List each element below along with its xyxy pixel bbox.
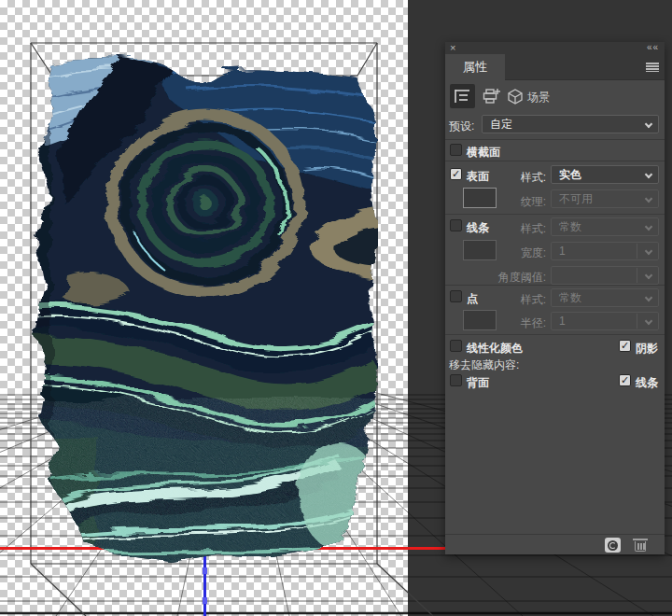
panel-menu-icon[interactable] <box>646 63 659 72</box>
lines-width-label: 宽度: <box>521 245 546 261</box>
preset-dropdown[interactable]: 自定 <box>482 115 659 133</box>
points-radius-value: 1 <box>559 315 566 328</box>
points-radius-input: 1 <box>551 312 659 330</box>
tab-properties[interactable]: 属性 <box>445 54 505 80</box>
mesh-tool-selected[interactable] <box>450 84 475 108</box>
lines-style-value: 常数 <box>559 220 581 233</box>
shadow-checkbox[interactable] <box>619 340 631 352</box>
chevron-down-icon <box>645 294 652 301</box>
lines-width-value: 1 <box>559 245 566 258</box>
points-radius-label: 半径: <box>521 315 546 331</box>
divider <box>637 268 637 283</box>
panel-window-strip: × «« <box>445 42 665 54</box>
surface-texture-dropdown: 不可用 <box>551 189 659 208</box>
points-color-swatch <box>463 310 497 330</box>
3d-cube-icon <box>507 88 525 105</box>
chevron-down-icon <box>645 317 652 325</box>
back-lines-label: 线条 <box>636 375 658 391</box>
surface-label: 表面 <box>467 169 489 185</box>
remove-hidden-content-label: 移去隐藏内容: <box>449 357 519 373</box>
divider <box>445 334 665 335</box>
render-button[interactable] <box>605 538 621 553</box>
render-icon <box>608 540 618 551</box>
properties-panel: × «« 属性 <box>445 42 665 554</box>
linearize-colors-checkbox[interactable] <box>450 340 462 352</box>
close-icon[interactable]: × <box>450 42 455 53</box>
surface-style-label: 样式: <box>521 170 546 186</box>
printer-plus-icon <box>483 88 501 105</box>
photoshop-3d-workspace: × «« 属性 <box>0 0 672 616</box>
linearize-colors-label: 线性化颜色 <box>467 341 523 357</box>
preset-value: 自定 <box>490 118 512 131</box>
back-face-label: 背面 <box>467 375 489 391</box>
lines-checkbox[interactable] <box>450 219 462 231</box>
lines-style-dropdown: 常数 <box>551 217 659 236</box>
points-style-value: 常数 <box>559 291 581 304</box>
surface-texture-label: 纹理: <box>521 194 546 210</box>
chevron-down-icon <box>645 247 652 255</box>
chevron-down-icon <box>645 223 652 231</box>
axis-line-x[interactable] <box>0 547 445 550</box>
divider <box>637 314 637 329</box>
surface-checkbox[interactable] <box>450 168 462 180</box>
shadow-label: 阴影 <box>636 341 658 357</box>
collapse-panel-icon[interactable]: «« <box>647 42 659 53</box>
surface-style-dropdown[interactable]: 实色 <box>551 165 659 184</box>
scene-tool-label[interactable]: 场景 <box>527 90 550 105</box>
lines-angle-threshold-label: 角度阈值: <box>498 270 546 286</box>
lines-style-label: 样式: <box>521 221 546 237</box>
points-style-dropdown: 常数 <box>551 288 659 307</box>
points-checkbox[interactable] <box>450 290 462 302</box>
cross-section-checkbox[interactable] <box>450 144 462 156</box>
3d-print-settings-button[interactable] <box>479 84 503 108</box>
surface-style-value: 实色 <box>559 168 581 181</box>
points-label: 点 <box>467 291 478 307</box>
chevron-down-icon <box>645 272 652 279</box>
axis-handle[interactable] <box>203 567 207 574</box>
panel-toolbar: 场景 <box>445 80 665 114</box>
lines-color-swatch <box>463 240 497 260</box>
chevron-down-icon <box>645 171 652 178</box>
lines-label: 线条 <box>467 220 489 236</box>
chevron-down-icon <box>645 120 652 128</box>
panel-tab-bar: 属性 <box>445 54 665 80</box>
back-face-checkbox[interactable] <box>450 374 462 386</box>
lines-width-input: 1 <box>551 242 659 260</box>
canvas-transparency-checkerboard[interactable] <box>0 0 408 616</box>
mesh-icon <box>454 88 471 105</box>
preset-label: 预设: <box>449 119 474 134</box>
divider <box>637 244 637 259</box>
delete-button[interactable] <box>634 538 647 552</box>
trash-icon <box>633 539 648 540</box>
points-style-label: 样式: <box>521 292 546 308</box>
surface-texture-value: 不可用 <box>559 192 593 205</box>
cross-section-label: 横截面 <box>467 145 500 161</box>
surface-color-swatch[interactable] <box>463 188 497 208</box>
chevron-down-icon <box>645 195 652 203</box>
back-lines-checkbox[interactable] <box>619 374 631 386</box>
axis-handle[interactable] <box>203 597 207 604</box>
divider <box>445 285 665 286</box>
3d-coordinates-button[interactable] <box>503 84 527 108</box>
divider <box>445 214 665 215</box>
divider <box>445 161 665 161</box>
axis-line-z[interactable] <box>203 549 206 616</box>
divider <box>445 139 665 140</box>
lines-angle-threshold-input <box>551 266 659 285</box>
panel-bottom-bar <box>445 534 665 554</box>
